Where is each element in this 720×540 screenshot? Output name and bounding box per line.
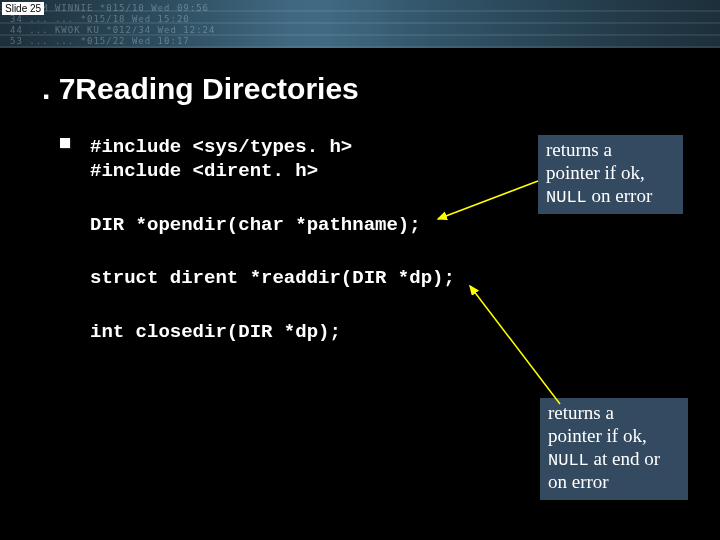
code-closedir: int closedir(DIR *dp);	[90, 321, 720, 345]
note-opendir-return: returns a pointer if ok, NULL on error	[538, 135, 683, 214]
note-line: pointer if ok,	[546, 162, 675, 185]
note-line: NULL on error	[546, 185, 675, 208]
header-banner: 21 IBM WINNIE *015/10 Wed 09:56 34 ... .…	[0, 0, 720, 48]
slide-title: . 7Reading Directories	[42, 72, 720, 106]
note-line: pointer if ok,	[548, 425, 680, 448]
slide-number-label: Slide 25	[2, 2, 44, 15]
code-readdir: struct dirent *readdir(DIR *dp);	[90, 267, 720, 291]
null-keyword: NULL	[548, 451, 589, 470]
header-faux-terminal: 21 IBM WINNIE *015/10 Wed 09:56 34 ... .…	[0, 0, 720, 48]
note-line: returns a	[546, 139, 675, 162]
bullet-icon	[60, 138, 70, 148]
null-keyword: NULL	[546, 188, 587, 207]
note-readdir-return: returns a pointer if ok, NULL at end or …	[540, 398, 688, 500]
note-line: NULL at end or	[548, 448, 680, 471]
note-line: returns a	[548, 402, 680, 425]
note-line: on error	[548, 471, 680, 494]
code-opendir: DIR *opendir(char *pathname);	[90, 214, 720, 238]
